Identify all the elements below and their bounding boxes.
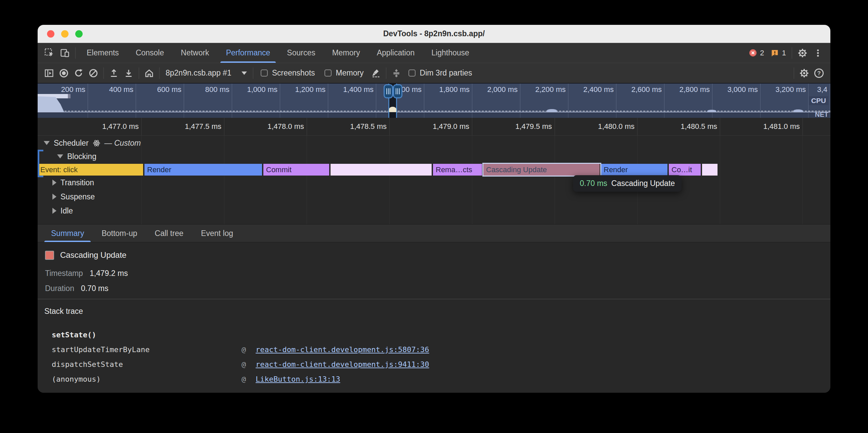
stack-frame: (anonymous) @ LikeButton.js:13:13 xyxy=(52,372,830,386)
performance-toolbar: 8p2n9n.csb.app #1 Screenshots Memory Dim… xyxy=(38,63,830,83)
kebab-menu-icon[interactable] xyxy=(810,48,826,58)
frame-function: startUpdateTimerByLane xyxy=(52,345,242,354)
stack-frame: startUpdateTimerByLane @ react-dom-clien… xyxy=(52,342,830,357)
details-tab[interactable]: Event log xyxy=(192,225,242,242)
panel-tab[interactable]: Elements xyxy=(78,43,127,63)
triangle-right-icon xyxy=(53,179,56,186)
cpu-bump xyxy=(707,110,716,112)
tooltip-label: Cascading Update xyxy=(611,179,675,188)
collapse-sections-icon[interactable] xyxy=(389,66,404,80)
triangle-down-icon xyxy=(57,155,63,159)
track-collapsed[interactable]: Suspense xyxy=(53,191,95,203)
track-collapsed[interactable]: Idle xyxy=(53,205,95,217)
track-scheduler[interactable]: Scheduler — Custom xyxy=(44,137,141,149)
cpu-bump xyxy=(547,109,557,112)
panel-tab[interactable]: Performance xyxy=(218,43,279,63)
selection-handle-right[interactable] xyxy=(393,84,402,98)
details-tab[interactable]: Summary xyxy=(42,225,93,242)
reload-record-icon[interactable] xyxy=(71,66,86,80)
flame-bar[interactable]: Event: click xyxy=(38,164,144,175)
checkbox-icon xyxy=(408,69,415,76)
gridline xyxy=(720,136,803,224)
svg-text:?: ? xyxy=(817,70,820,76)
collect-garbage-icon[interactable] xyxy=(369,66,383,80)
target-selector[interactable]: 8p2n9n.csb.app #1 xyxy=(165,68,247,77)
memory-checkbox[interactable]: Memory xyxy=(324,68,364,77)
panel-tab[interactable]: Lighthouse xyxy=(423,43,478,63)
ruler-tick: 1,478.0 ms xyxy=(224,118,307,135)
frame-source-link[interactable]: react-dom-client.development.js:5807:36 xyxy=(256,345,830,354)
divider xyxy=(253,67,253,79)
panel-tab[interactable]: Memory xyxy=(324,43,369,63)
panel-tab[interactable]: Sources xyxy=(278,43,323,63)
stack-trace-header: Stack trace xyxy=(44,307,830,316)
flame-bar[interactable]: Rema…cts xyxy=(433,164,483,175)
ruler-tick: 1,480.0 ms xyxy=(555,118,638,135)
frame-source-link[interactable]: LikeButton.js:13:13 xyxy=(256,375,830,383)
flame-bar[interactable] xyxy=(702,164,718,175)
titlebar: DevTools - 8p2n9n.csb.app/ xyxy=(38,25,830,43)
help-icon[interactable]: ? xyxy=(812,66,826,80)
detail-ruler: 1,477.0 ms1,477.5 ms1,478.0 ms1,478.5 ms… xyxy=(38,118,830,136)
frame-function: dispatchSetState xyxy=(52,360,242,369)
capture-settings-gear-icon[interactable] xyxy=(797,66,812,80)
flame-tooltip: 0.70 ms Cascading Update xyxy=(573,175,682,192)
flame-bar[interactable]: Co…it xyxy=(669,164,702,175)
ruler-tick: 1,479.5 ms xyxy=(472,118,555,135)
selected-track-bracket xyxy=(38,150,39,177)
panel-tab[interactable]: Application xyxy=(369,43,423,63)
warning-badge[interactable]: 1 xyxy=(770,48,786,57)
gridline xyxy=(472,136,555,224)
timeline-overview[interactable]: 200 ms400 ms600 ms800 ms1,000 ms1,200 ms… xyxy=(38,83,830,118)
ruler-tick: 1,478.5 ms xyxy=(307,118,390,135)
inspect-element-icon[interactable] xyxy=(42,43,57,63)
panel-tab[interactable]: Network xyxy=(172,43,217,63)
selection-handle-left[interactable] xyxy=(383,84,393,98)
divider xyxy=(75,47,75,59)
gridline xyxy=(142,136,224,224)
frame-source-link[interactable]: react-dom-client.development.js:9411:30 xyxy=(256,360,830,369)
chevron-down-icon xyxy=(242,71,247,75)
clear-icon[interactable] xyxy=(86,66,101,80)
settings-gear-icon[interactable] xyxy=(795,48,810,58)
net-label: NET xyxy=(815,111,828,118)
tooltip-duration: 0.70 ms xyxy=(580,179,607,188)
flame-bar[interactable] xyxy=(331,164,432,175)
flame-bar[interactable]: Cascading Update xyxy=(484,164,600,175)
warning-icon xyxy=(770,48,779,57)
panel-tabs: ElementsConsoleNetworkPerformanceSources… xyxy=(78,43,478,63)
flame-bar[interactable]: Commit xyxy=(264,164,330,175)
triangle-down-icon xyxy=(44,141,50,145)
upload-profile-icon[interactable] xyxy=(106,66,121,80)
flamechart-canvas[interactable]: Scheduler — Custom Blocking Event: click… xyxy=(38,136,830,224)
details-tab[interactable]: Call tree xyxy=(146,225,192,242)
gridline xyxy=(390,136,472,224)
flame-bar[interactable]: Render xyxy=(145,164,263,175)
dim-3rd-parties-checkbox[interactable]: Dim 3rd parties xyxy=(408,68,472,77)
checkbox-icon xyxy=(261,69,268,76)
ruler-tick: 1,480.5 ms xyxy=(638,118,720,135)
frame-function: (anonymous) xyxy=(52,375,242,383)
details-tab[interactable]: Bottom-up xyxy=(93,225,146,242)
window-title: DevTools - 8p2n9n.csb.app/ xyxy=(38,29,830,38)
cpu-label: CPU xyxy=(809,96,828,105)
summary-row: Timestamp 1,479.2 ms xyxy=(45,266,830,281)
download-profile-icon[interactable] xyxy=(121,66,136,80)
record-icon[interactable] xyxy=(56,66,71,80)
error-count: 2 xyxy=(760,49,764,57)
error-badge[interactable]: 2 xyxy=(748,48,764,57)
triangle-right-icon xyxy=(53,194,56,200)
toggle-sidebar-icon[interactable] xyxy=(42,66,56,80)
track-blocking[interactable]: Blocking xyxy=(57,151,96,162)
divider xyxy=(139,67,139,79)
divider xyxy=(794,67,794,79)
divider xyxy=(386,67,386,79)
cpu-bump-selected xyxy=(389,107,396,112)
home-icon[interactable] xyxy=(142,66,157,80)
device-toolbar-icon[interactable] xyxy=(57,43,72,63)
track-collapsed[interactable]: Transition xyxy=(53,176,95,189)
flame-bar[interactable]: Render xyxy=(601,164,668,175)
event-color-swatch xyxy=(45,251,54,260)
panel-tab[interactable]: Console xyxy=(127,43,172,63)
screenshots-checkbox[interactable]: Screenshots xyxy=(261,68,315,77)
